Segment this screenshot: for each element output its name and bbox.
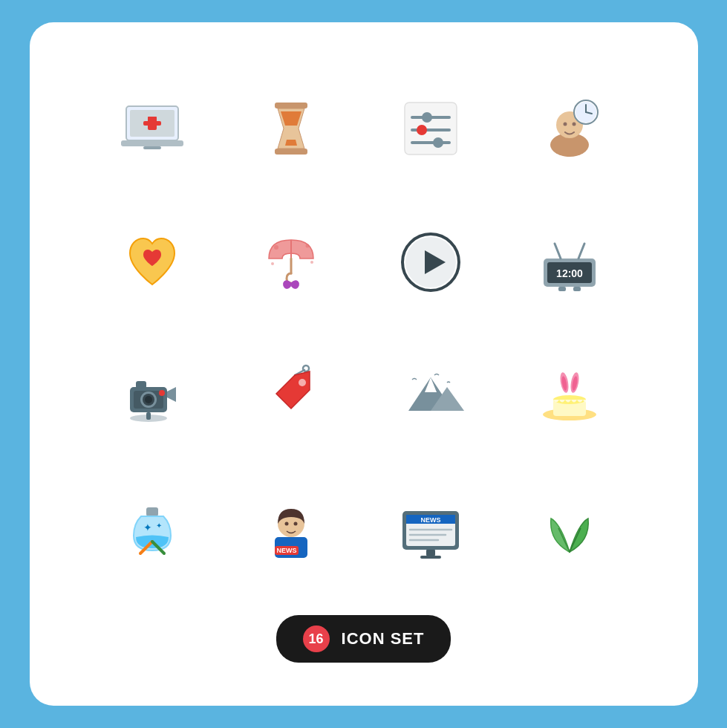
icon-count-badge: 16	[303, 625, 330, 652]
svg-marker-49	[167, 387, 176, 402]
svg-point-23	[573, 123, 576, 126]
icons-grid: 12:00	[89, 65, 639, 593]
svg-rect-45	[136, 381, 146, 389]
main-card: 12:00	[30, 22, 698, 706]
svg-point-28	[271, 262, 274, 265]
svg-rect-48	[146, 412, 151, 420]
icon-set-label: ICON SET	[342, 629, 425, 649]
icon-news-clock-tv: 12:00	[506, 199, 633, 325]
svg-rect-3	[143, 146, 161, 149]
svg-point-27	[306, 244, 310, 248]
icon-price-tag	[228, 333, 354, 459]
icon-mountain	[368, 333, 494, 459]
icon-news-monitor: NEWS	[368, 467, 494, 593]
icon-heart-location	[89, 199, 215, 325]
icon-news-reporter: NEWS	[228, 467, 354, 593]
svg-point-13	[417, 125, 427, 135]
icon-potion-bottle: ✦ ✦	[89, 467, 215, 593]
svg-rect-82	[420, 556, 441, 559]
svg-line-36	[555, 244, 561, 259]
icon-user-time	[506, 65, 633, 192]
svg-text:NEWS: NEWS	[420, 516, 440, 524]
svg-point-29	[310, 261, 313, 264]
svg-point-71	[294, 522, 298, 526]
icon-settings-sliders	[368, 65, 494, 192]
icon-easter-cake	[506, 333, 633, 459]
bottom-bar: 16 ICON SET	[276, 615, 451, 663]
svg-rect-38	[558, 287, 566, 291]
icon-cancer-awareness	[228, 199, 354, 325]
svg-point-44	[145, 396, 152, 403]
icon-count: 16	[309, 631, 324, 647]
svg-rect-63	[146, 507, 158, 516]
svg-rect-6	[148, 117, 157, 121]
svg-point-22	[564, 123, 567, 126]
svg-point-15	[433, 137, 443, 148]
svg-rect-7	[275, 103, 307, 108]
svg-point-70	[285, 522, 289, 526]
svg-point-26	[274, 245, 278, 250]
svg-line-37	[578, 244, 584, 259]
svg-rect-2	[121, 140, 183, 146]
svg-rect-8	[275, 149, 307, 155]
icon-medical-laptop	[89, 65, 215, 192]
svg-point-52	[299, 379, 306, 386]
svg-point-46	[159, 390, 165, 396]
svg-rect-39	[573, 287, 581, 291]
svg-text:✦: ✦	[156, 521, 162, 530]
svg-text:NEWS: NEWS	[277, 547, 297, 554]
icon-leaves	[506, 467, 633, 593]
svg-point-51	[303, 365, 309, 371]
svg-point-11	[422, 112, 432, 123]
svg-rect-81	[426, 550, 435, 556]
svg-rect-5	[143, 121, 161, 126]
icon-play-button	[368, 199, 494, 325]
svg-text:12:00: 12:00	[556, 267, 583, 279]
icon-camera-eye	[89, 333, 215, 459]
icon-hourglass	[228, 65, 354, 192]
svg-text:✦: ✦	[143, 521, 152, 533]
